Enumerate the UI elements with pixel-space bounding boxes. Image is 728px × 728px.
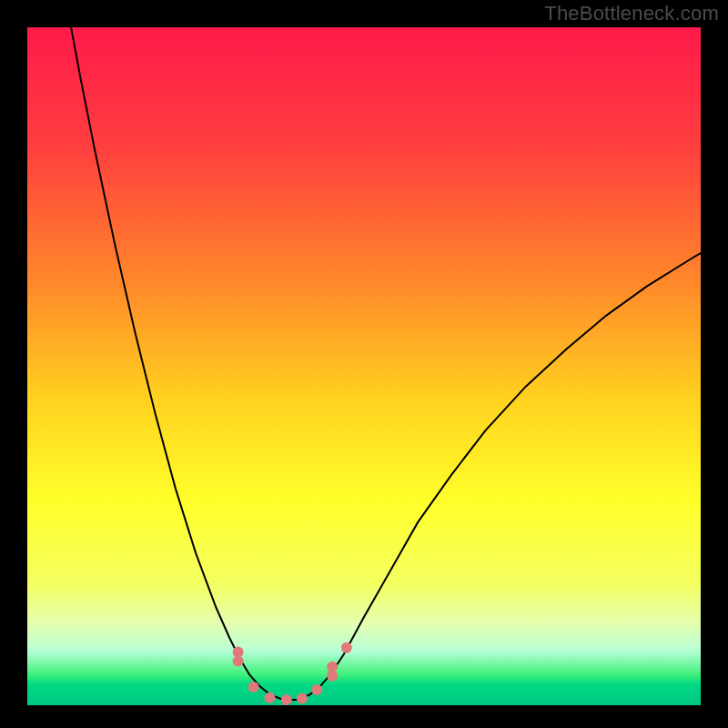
marker-dot (327, 671, 338, 682)
watermark-text: TheBottleneck.com (544, 2, 719, 25)
marker-dot (311, 684, 322, 695)
plot-background (27, 27, 701, 705)
marker-dot (297, 693, 308, 704)
chart-svg (0, 0, 728, 728)
chart-stage: TheBottleneck.com (0, 0, 728, 728)
marker-dot (341, 642, 352, 653)
marker-dot (233, 655, 244, 666)
marker-dot (264, 693, 275, 703)
marker-dot (248, 682, 259, 693)
marker-dot (281, 694, 292, 705)
